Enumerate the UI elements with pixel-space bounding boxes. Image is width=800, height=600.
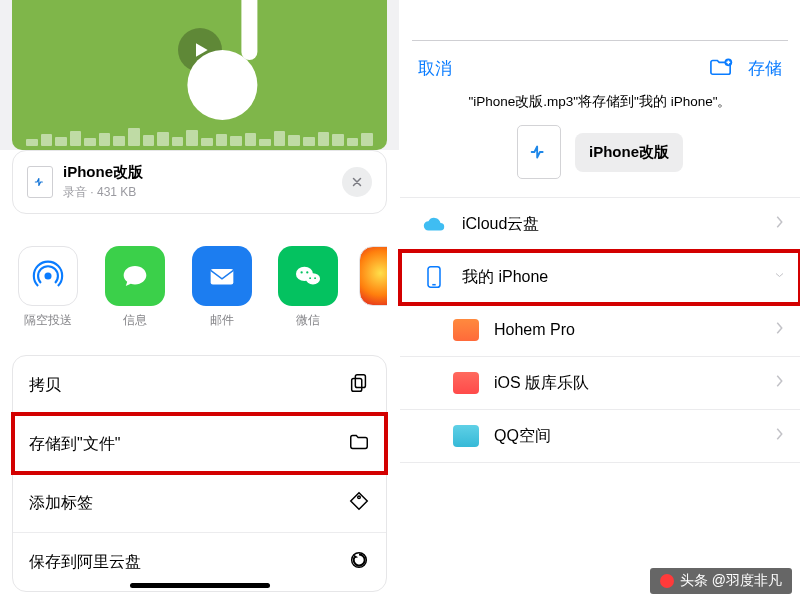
chevron-right-icon (775, 427, 784, 445)
action-label: 保存到阿里云盘 (29, 552, 141, 573)
mail-icon (192, 246, 252, 306)
files-save-pane: 取消 存储 "iPhone改版.mp3"将存储到"我的 iPhone"。 iPh… (400, 0, 800, 600)
chevron-right-icon (775, 374, 784, 392)
chevron-down-icon (775, 268, 784, 286)
share-label: 隔空投送 (12, 312, 84, 329)
audio-file-icon (517, 125, 561, 179)
share-label: 邮件 (186, 312, 258, 329)
action-label: 存储到"文件" (29, 434, 120, 455)
iphone-icon (420, 265, 448, 289)
share-airdrop[interactable]: 隔空投送 (12, 246, 84, 329)
weibo-icon (359, 246, 387, 306)
svg-point-7 (314, 277, 316, 279)
location-label: 我的 iPhone (462, 267, 548, 288)
share-label: 信息 (99, 312, 171, 329)
refresh-circle-icon (348, 549, 370, 575)
share-sheet-pane: iPhone改版 录音 · 431 KB 隔空投送 信息 (0, 0, 400, 600)
locations-list: iCloud云盘 我的 iPhone Hohem Pro iOS 版库乐队 QQ (400, 197, 800, 463)
media-preview (0, 0, 399, 150)
folder-icon (348, 431, 370, 457)
file-meta: 录音 · 431 KB (63, 184, 143, 201)
svg-point-6 (309, 277, 311, 279)
action-save-to-files[interactable]: 存储到"文件" (13, 414, 386, 473)
share-wechat[interactable]: 微信 (272, 246, 344, 329)
folder-icon (452, 318, 480, 342)
action-list: 拷贝 存储到"文件" 添加标签 保存到阿里云盘 (12, 355, 387, 592)
save-nav-bar: 取消 存储 (400, 41, 800, 91)
file-chip-row: iPhone改版 (400, 125, 800, 179)
share-weibo[interactable] (359, 246, 387, 329)
messages-icon (105, 246, 165, 306)
tag-icon (348, 490, 370, 516)
location-sub-qqzone[interactable]: QQ空间 (400, 410, 800, 463)
svg-point-5 (306, 271, 308, 273)
chevron-right-icon (775, 321, 784, 339)
save-info-text: "iPhone改版.mp3"将存储到"我的 iPhone"。 (400, 91, 800, 125)
action-copy[interactable]: 拷贝 (13, 356, 386, 414)
location-my-iphone[interactable]: 我的 iPhone (400, 251, 800, 304)
location-label: iOS 版库乐队 (494, 373, 589, 394)
cancel-button[interactable]: 取消 (418, 57, 452, 80)
share-label: 微信 (272, 312, 344, 329)
music-note-icon (187, 50, 257, 120)
cloud-icon (420, 212, 448, 236)
svg-rect-8 (355, 375, 365, 388)
file-name-chip[interactable]: iPhone改版 (575, 133, 683, 172)
svg-point-4 (301, 271, 303, 273)
close-button[interactable] (342, 167, 372, 197)
share-mail[interactable]: 邮件 (186, 246, 258, 329)
folder-icon (452, 371, 480, 395)
home-indicator (130, 583, 270, 588)
file-name: iPhone改版 (63, 163, 143, 182)
edit-actions-link[interactable]: 编辑操作... (0, 592, 399, 600)
chevron-right-icon (775, 215, 784, 233)
toutiao-logo-icon (660, 574, 674, 588)
share-targets-row: 隔空投送 信息 邮件 微信 (12, 228, 387, 339)
svg-point-10 (358, 496, 361, 499)
location-label: QQ空间 (494, 426, 551, 447)
wechat-icon (278, 246, 338, 306)
watermark-text: 头条 @羽度非凡 (680, 572, 782, 590)
location-sub-garageband[interactable]: iOS 版库乐队 (400, 357, 800, 410)
watermark: 头条 @羽度非凡 (650, 568, 792, 594)
action-label: 拷贝 (29, 375, 61, 396)
location-sub-hohem[interactable]: Hohem Pro (400, 304, 800, 357)
new-folder-button[interactable] (708, 55, 734, 81)
location-label: iCloud云盘 (462, 214, 539, 235)
location-icloud[interactable]: iCloud云盘 (400, 197, 800, 251)
audio-file-icon (27, 166, 53, 198)
waveform-icon (12, 124, 387, 146)
airdrop-icon (18, 246, 78, 306)
svg-rect-9 (352, 378, 362, 391)
action-label: 添加标签 (29, 493, 93, 514)
folder-icon (452, 424, 480, 448)
copy-icon (348, 372, 370, 398)
share-messages[interactable]: 信息 (99, 246, 171, 329)
file-summary-card: iPhone改版 录音 · 431 KB (12, 150, 387, 214)
svg-point-0 (44, 272, 51, 279)
location-label: Hohem Pro (494, 321, 575, 339)
svg-rect-1 (210, 269, 233, 285)
svg-point-3 (306, 273, 320, 284)
action-add-tag[interactable]: 添加标签 (13, 473, 386, 532)
save-button[interactable]: 存储 (748, 57, 782, 80)
